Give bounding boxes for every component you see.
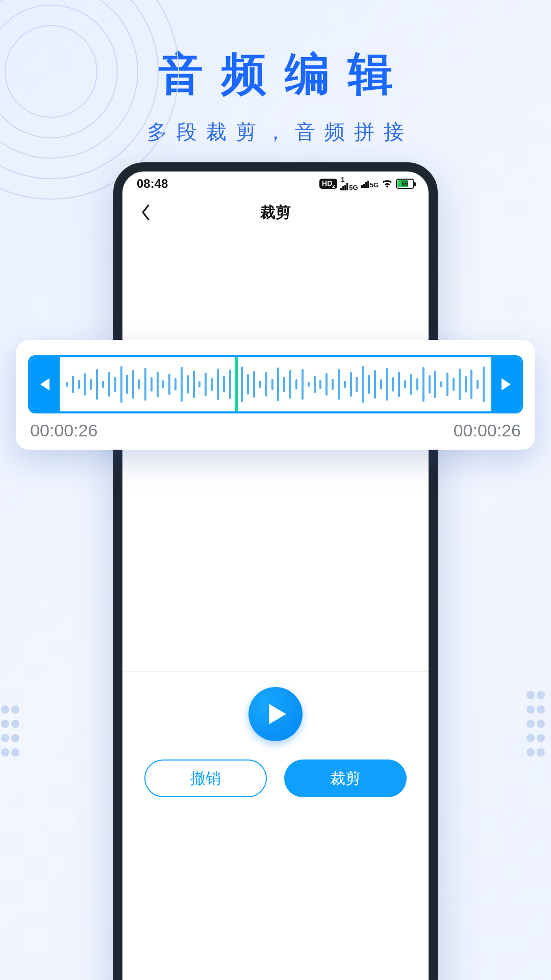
page-headline: 音频编辑: [0, 44, 551, 105]
app-bar: 裁剪: [122, 193, 429, 232]
waveform-track[interactable]: [28, 355, 523, 413]
waveform-card: 00:00:26 00:00:26: [16, 340, 535, 450]
status-bar: 08:48 HD2 1 5G 5G: [122, 172, 429, 193]
time-start: 00:00:26: [30, 421, 97, 440]
signal-1-icon: 1 5G: [340, 177, 358, 190]
cut-button[interactable]: 裁剪: [284, 760, 407, 797]
cut-label: 裁剪: [330, 768, 361, 789]
phone-mockup: 08:48 HD2 1 5G 5G: [113, 162, 438, 980]
signal-2-icon: 5G: [361, 180, 379, 188]
battery-icon: 66: [396, 179, 414, 189]
status-time: 08:48: [137, 177, 168, 191]
playhead[interactable]: [235, 357, 238, 411]
appbar-title: 裁剪: [260, 202, 291, 223]
decorative-dots-left: [0, 703, 26, 761]
play-icon: [268, 703, 287, 725]
triangle-left-icon: [39, 378, 51, 391]
page-subtitle: 多段裁剪，音频拼接: [0, 118, 551, 146]
wifi-icon: [382, 177, 393, 191]
back-button[interactable]: [137, 203, 155, 222]
undo-label: 撤销: [190, 768, 221, 789]
decorative-dots-right: [525, 689, 551, 761]
trim-handle-left[interactable]: [30, 357, 60, 411]
time-end: 00:00:26: [454, 421, 521, 440]
undo-button[interactable]: 撤销: [144, 760, 267, 797]
chevron-left-icon: [141, 204, 151, 220]
trim-handle-right[interactable]: [491, 357, 521, 411]
play-button[interactable]: [248, 687, 303, 741]
hd-badge: HD2: [319, 179, 337, 189]
waveform-area[interactable]: [60, 357, 491, 411]
triangle-right-icon: [500, 378, 512, 391]
divider: [122, 671, 429, 672]
